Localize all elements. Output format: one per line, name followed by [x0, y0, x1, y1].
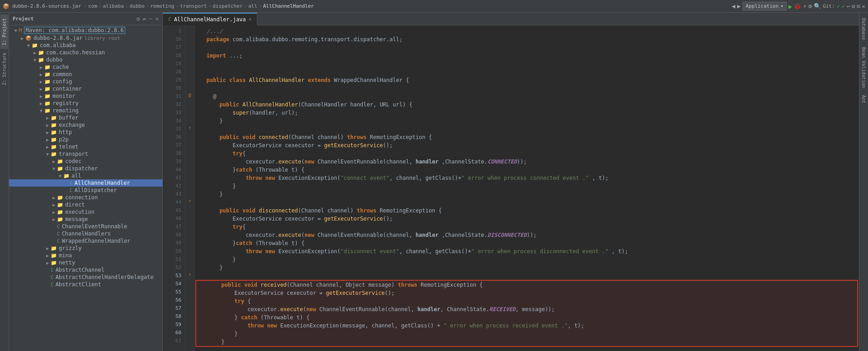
debug-icon[interactable]: 🐞: [794, 3, 801, 10]
text: cexecutor.: [202, 305, 280, 313]
tree-AbstractClient[interactable]: C AbstractClient: [9, 281, 162, 288]
settings-icon[interactable]: ⚙: [808, 3, 812, 10]
bc-remoting[interactable]: remoting: [150, 3, 174, 9]
run-icon[interactable]: ▶: [788, 3, 792, 10]
code-line-49: throw new ExecutionException("disconnect…: [194, 247, 859, 255]
tree-message[interactable]: ▶ 📁 message: [9, 216, 162, 223]
text: }: [200, 190, 223, 198]
bc-transport[interactable]: transport: [180, 3, 207, 9]
tree-buffer[interactable]: ▶ 📁 buffer: [9, 114, 162, 121]
ln-40: 40: [165, 166, 181, 174]
coverage-icon[interactable]: ⚡: [803, 3, 806, 10]
project-tab[interactable]: 1: Project: [0, 14, 8, 49]
code-line-32: super(handler, url);: [194, 109, 859, 117]
tree-all[interactable]: ▼ 📁 all: [9, 172, 162, 179]
tree-p2p[interactable]: ▶ 📁 p2p: [9, 136, 162, 143]
tree-ChannelEventRunnable[interactable]: C ChannelEventRunnable: [9, 223, 162, 230]
bc-dispatcher[interactable]: dispatcher: [213, 3, 242, 9]
bc-handler[interactable]: AllChannelHandler: [263, 3, 314, 9]
text: cexecutor.: [200, 231, 278, 239]
tree-connection[interactable]: ▶ 📁 connection: [9, 194, 162, 201]
tab-close-button[interactable]: ✕: [249, 16, 252, 22]
collapse-icon[interactable]: −: [149, 15, 152, 22]
tree-codec[interactable]: ▶ 📁 codec: [9, 158, 162, 165]
tree-com-alibaba[interactable]: ▼ 📁 com.alibaba: [9, 42, 162, 49]
gear-icon[interactable]: ⚙: [137, 15, 140, 22]
tree-AllChannelHandler[interactable]: C AllChannelHandler: [9, 179, 162, 187]
tree-mina[interactable]: ▶ 📁 mina: [9, 252, 162, 259]
tree-dubbo[interactable]: ▼ 📁 dubbo: [9, 56, 162, 63]
close-panel-icon[interactable]: ✕: [155, 15, 159, 22]
app-label: Application: [746, 3, 779, 9]
tree-root[interactable]: ▼ M Maven: com.alibaba:dubbo:2.8.6: [9, 26, 162, 34]
search-icon[interactable]: 🔍: [814, 3, 821, 10]
tree-grizzly[interactable]: ▶ 📁 grizzly: [9, 245, 162, 252]
folder-icon: 📁: [57, 159, 63, 164]
code-line-35: public void connected(Channel channel) t…: [194, 133, 859, 141]
code-content[interactable]: /.../ package com.alibaba.dubbo.remoting…: [194, 25, 859, 351]
tree-AbstractChannel[interactable]: C AbstractChannel: [9, 266, 162, 274]
tree-direct[interactable]: ▶ 📁 direct: [9, 201, 162, 208]
g-17: [185, 42, 194, 50]
bc-com[interactable]: com: [88, 3, 97, 9]
tree-monitor[interactable]: ▶ 📁 monitor: [9, 92, 162, 100]
git-history-icon[interactable]: ↩: [847, 3, 850, 10]
minimize-icon[interactable]: ⊟: [852, 3, 855, 10]
folder-label: all: [71, 173, 81, 179]
bc-all[interactable]: all: [248, 3, 257, 9]
g-45: [185, 205, 194, 213]
tree-common[interactable]: ▶ 📁 common: [9, 71, 162, 78]
bc-alibaba[interactable]: alibaba: [103, 3, 123, 9]
tree-container[interactable]: ▶ 📁 container: [9, 85, 162, 92]
tree-AllDispatcher[interactable]: C AllDispatcher: [9, 187, 162, 194]
close-icon[interactable]: ✕: [862, 3, 865, 10]
text: ));: [527, 231, 537, 239]
ln-42: 42: [165, 182, 181, 190]
editor-tab-allchannelhandler[interactable]: C AllChannelHandler.java ✕: [163, 13, 257, 25]
tree-AbstractChannelHandlerDelegate[interactable]: C AbstractChannelHandlerDelegate: [9, 274, 162, 281]
tree-registry[interactable]: ▶ 📁 registry: [9, 100, 162, 107]
bc-dubbo[interactable]: dubbo: [129, 3, 144, 9]
tree-WrappedChannelHandler[interactable]: C WrappedChannelHandler: [9, 237, 162, 245]
folder-label: common: [52, 71, 72, 77]
code-line-51: }: [194, 264, 859, 272]
tree-execution[interactable]: ▶ 📁 execution: [9, 208, 162, 216]
tree-remoting[interactable]: ▼ 📁 remoting: [9, 107, 162, 114]
tree-jar[interactable]: ▶ 📦 dubbo-2.8.6.jar library root: [9, 34, 162, 42]
git-check-icon[interactable]: ✓: [837, 3, 840, 10]
tree-exchange[interactable]: ▶ 📁 exchange: [9, 121, 162, 129]
tree-dispatcher[interactable]: ▼ 📁 dispatcher: [9, 165, 162, 172]
forward-icon[interactable]: ▶: [737, 3, 741, 10]
back-icon[interactable]: ◀: [732, 3, 735, 10]
text: RemotingException {: [379, 207, 441, 215]
bean-validation-tab[interactable]: Bean Validation: [860, 43, 868, 91]
ln-53: 53: [165, 272, 181, 280]
equalize-icon[interactable]: ⇌: [143, 15, 147, 22]
tree-telnet[interactable]: ▶ 📁 telnet: [9, 143, 162, 150]
maximize-icon[interactable]: ⊡: [857, 3, 860, 10]
tree-config[interactable]: ▶ 📁 config: [9, 78, 162, 85]
text: ();: [385, 289, 395, 297]
code-line-40: throw new ExecutionException("connect ev…: [194, 174, 859, 182]
app-dropdown[interactable]: Application ▾: [743, 2, 787, 10]
kw: class: [229, 76, 249, 84]
text: ,ChannelState.: [438, 158, 487, 166]
tree-netty[interactable]: ▶ 📁 netty: [9, 259, 162, 266]
g-39: [185, 156, 194, 164]
tree-http[interactable]: ▶ 📁 http: [9, 129, 162, 136]
tree-caucho[interactable]: ▶ 📁 com.caucho.hessian: [9, 49, 162, 56]
database-tab[interactable]: Database: [860, 14, 868, 43]
text: }: [202, 338, 225, 346]
ant-tab[interactable]: Ant: [860, 91, 868, 107]
code-line-60: }: [196, 338, 857, 346]
structure-tab[interactable]: 2: Structure: [0, 49, 8, 89]
tree-cache[interactable]: ▶ 📁 cache: [9, 63, 162, 71]
folder-icon: 📁: [44, 79, 51, 85]
g-44: ↑: [185, 197, 194, 205]
tree-transport[interactable]: ▼ 📁 transport: [9, 150, 162, 158]
code-line-45: ExecutorService cexecutor = getExecutorS…: [194, 215, 859, 223]
ln-17: 17: [165, 43, 181, 52]
git-check2-icon[interactable]: ✓: [842, 3, 845, 10]
method: getExecutorService: [324, 141, 383, 149]
tree-ChannelHandlers[interactable]: C ChannelHandlers: [9, 230, 162, 237]
